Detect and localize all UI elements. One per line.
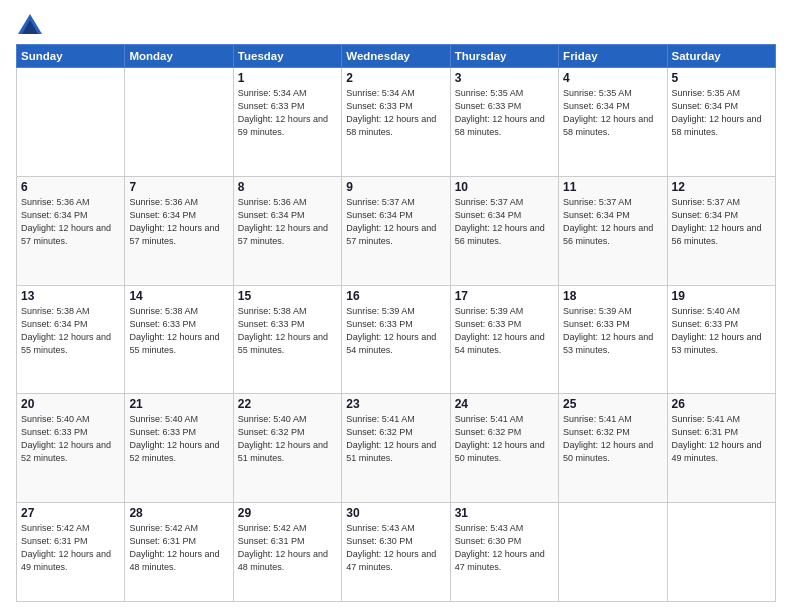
calendar-day-cell: 7Sunrise: 5:36 AM Sunset: 6:34 PM Daylig… <box>125 176 233 285</box>
weekday-header: Monday <box>125 45 233 68</box>
weekday-header: Sunday <box>17 45 125 68</box>
logo-icon <box>16 12 44 40</box>
day-number: 17 <box>455 289 554 303</box>
day-number: 1 <box>238 71 337 85</box>
day-info: Sunrise: 5:34 AM Sunset: 6:33 PM Dayligh… <box>238 87 337 139</box>
calendar-day-cell: 15Sunrise: 5:38 AM Sunset: 6:33 PM Dayli… <box>233 285 341 394</box>
day-info: Sunrise: 5:35 AM Sunset: 6:34 PM Dayligh… <box>563 87 662 139</box>
calendar-day-cell: 27Sunrise: 5:42 AM Sunset: 6:31 PM Dayli… <box>17 503 125 602</box>
weekday-header: Wednesday <box>342 45 450 68</box>
calendar-day-cell: 9Sunrise: 5:37 AM Sunset: 6:34 PM Daylig… <box>342 176 450 285</box>
calendar-day-cell <box>17 68 125 177</box>
calendar-day-cell: 23Sunrise: 5:41 AM Sunset: 6:32 PM Dayli… <box>342 394 450 503</box>
calendar-day-cell: 31Sunrise: 5:43 AM Sunset: 6:30 PM Dayli… <box>450 503 558 602</box>
day-number: 7 <box>129 180 228 194</box>
day-info: Sunrise: 5:38 AM Sunset: 6:33 PM Dayligh… <box>238 305 337 357</box>
day-number: 13 <box>21 289 120 303</box>
day-number: 23 <box>346 397 445 411</box>
calendar-day-cell: 25Sunrise: 5:41 AM Sunset: 6:32 PM Dayli… <box>559 394 667 503</box>
calendar-week-row: 1Sunrise: 5:34 AM Sunset: 6:33 PM Daylig… <box>17 68 776 177</box>
calendar-day-cell: 2Sunrise: 5:34 AM Sunset: 6:33 PM Daylig… <box>342 68 450 177</box>
calendar-day-cell: 8Sunrise: 5:36 AM Sunset: 6:34 PM Daylig… <box>233 176 341 285</box>
calendar-table: SundayMondayTuesdayWednesdayThursdayFrid… <box>16 44 776 602</box>
day-info: Sunrise: 5:42 AM Sunset: 6:31 PM Dayligh… <box>21 522 120 574</box>
day-info: Sunrise: 5:37 AM Sunset: 6:34 PM Dayligh… <box>563 196 662 248</box>
day-info: Sunrise: 5:37 AM Sunset: 6:34 PM Dayligh… <box>455 196 554 248</box>
calendar-week-row: 6Sunrise: 5:36 AM Sunset: 6:34 PM Daylig… <box>17 176 776 285</box>
day-number: 8 <box>238 180 337 194</box>
day-info: Sunrise: 5:43 AM Sunset: 6:30 PM Dayligh… <box>346 522 445 574</box>
day-number: 3 <box>455 71 554 85</box>
day-info: Sunrise: 5:35 AM Sunset: 6:34 PM Dayligh… <box>672 87 771 139</box>
day-number: 26 <box>672 397 771 411</box>
page: SundayMondayTuesdayWednesdayThursdayFrid… <box>0 0 792 612</box>
calendar-day-cell: 1Sunrise: 5:34 AM Sunset: 6:33 PM Daylig… <box>233 68 341 177</box>
day-number: 11 <box>563 180 662 194</box>
day-number: 21 <box>129 397 228 411</box>
day-number: 2 <box>346 71 445 85</box>
calendar-day-cell: 22Sunrise: 5:40 AM Sunset: 6:32 PM Dayli… <box>233 394 341 503</box>
day-info: Sunrise: 5:34 AM Sunset: 6:33 PM Dayligh… <box>346 87 445 139</box>
day-number: 5 <box>672 71 771 85</box>
day-info: Sunrise: 5:38 AM Sunset: 6:33 PM Dayligh… <box>129 305 228 357</box>
calendar-day-cell: 4Sunrise: 5:35 AM Sunset: 6:34 PM Daylig… <box>559 68 667 177</box>
day-info: Sunrise: 5:36 AM Sunset: 6:34 PM Dayligh… <box>21 196 120 248</box>
day-info: Sunrise: 5:37 AM Sunset: 6:34 PM Dayligh… <box>346 196 445 248</box>
day-number: 30 <box>346 506 445 520</box>
calendar-day-cell: 13Sunrise: 5:38 AM Sunset: 6:34 PM Dayli… <box>17 285 125 394</box>
calendar-day-cell: 10Sunrise: 5:37 AM Sunset: 6:34 PM Dayli… <box>450 176 558 285</box>
day-info: Sunrise: 5:40 AM Sunset: 6:32 PM Dayligh… <box>238 413 337 465</box>
day-number: 20 <box>21 397 120 411</box>
day-number: 12 <box>672 180 771 194</box>
weekday-header: Tuesday <box>233 45 341 68</box>
day-info: Sunrise: 5:41 AM Sunset: 6:32 PM Dayligh… <box>563 413 662 465</box>
day-number: 22 <box>238 397 337 411</box>
calendar-day-cell: 11Sunrise: 5:37 AM Sunset: 6:34 PM Dayli… <box>559 176 667 285</box>
weekday-header: Saturday <box>667 45 775 68</box>
day-info: Sunrise: 5:43 AM Sunset: 6:30 PM Dayligh… <box>455 522 554 574</box>
calendar-day-cell: 18Sunrise: 5:39 AM Sunset: 6:33 PM Dayli… <box>559 285 667 394</box>
day-number: 19 <box>672 289 771 303</box>
calendar-day-cell <box>125 68 233 177</box>
day-number: 18 <box>563 289 662 303</box>
calendar-day-cell <box>667 503 775 602</box>
calendar-day-cell: 14Sunrise: 5:38 AM Sunset: 6:33 PM Dayli… <box>125 285 233 394</box>
calendar-day-cell: 28Sunrise: 5:42 AM Sunset: 6:31 PM Dayli… <box>125 503 233 602</box>
calendar-day-cell: 24Sunrise: 5:41 AM Sunset: 6:32 PM Dayli… <box>450 394 558 503</box>
weekday-header: Thursday <box>450 45 558 68</box>
day-info: Sunrise: 5:42 AM Sunset: 6:31 PM Dayligh… <box>129 522 228 574</box>
day-number: 15 <box>238 289 337 303</box>
day-info: Sunrise: 5:42 AM Sunset: 6:31 PM Dayligh… <box>238 522 337 574</box>
calendar-day-cell: 29Sunrise: 5:42 AM Sunset: 6:31 PM Dayli… <box>233 503 341 602</box>
day-info: Sunrise: 5:40 AM Sunset: 6:33 PM Dayligh… <box>21 413 120 465</box>
header <box>16 12 776 40</box>
weekday-header: Friday <box>559 45 667 68</box>
day-info: Sunrise: 5:36 AM Sunset: 6:34 PM Dayligh… <box>238 196 337 248</box>
calendar-day-cell: 21Sunrise: 5:40 AM Sunset: 6:33 PM Dayli… <box>125 394 233 503</box>
calendar-day-cell: 16Sunrise: 5:39 AM Sunset: 6:33 PM Dayli… <box>342 285 450 394</box>
day-number: 25 <box>563 397 662 411</box>
day-number: 24 <box>455 397 554 411</box>
day-info: Sunrise: 5:41 AM Sunset: 6:32 PM Dayligh… <box>346 413 445 465</box>
day-info: Sunrise: 5:36 AM Sunset: 6:34 PM Dayligh… <box>129 196 228 248</box>
calendar-day-cell: 3Sunrise: 5:35 AM Sunset: 6:33 PM Daylig… <box>450 68 558 177</box>
calendar-day-cell: 30Sunrise: 5:43 AM Sunset: 6:30 PM Dayli… <box>342 503 450 602</box>
calendar-day-cell: 26Sunrise: 5:41 AM Sunset: 6:31 PM Dayli… <box>667 394 775 503</box>
day-number: 6 <box>21 180 120 194</box>
day-number: 10 <box>455 180 554 194</box>
calendar-week-row: 27Sunrise: 5:42 AM Sunset: 6:31 PM Dayli… <box>17 503 776 602</box>
day-info: Sunrise: 5:39 AM Sunset: 6:33 PM Dayligh… <box>455 305 554 357</box>
day-info: Sunrise: 5:40 AM Sunset: 6:33 PM Dayligh… <box>672 305 771 357</box>
calendar-day-cell: 19Sunrise: 5:40 AM Sunset: 6:33 PM Dayli… <box>667 285 775 394</box>
day-number: 28 <box>129 506 228 520</box>
day-info: Sunrise: 5:38 AM Sunset: 6:34 PM Dayligh… <box>21 305 120 357</box>
logo <box>16 12 48 40</box>
day-info: Sunrise: 5:40 AM Sunset: 6:33 PM Dayligh… <box>129 413 228 465</box>
day-info: Sunrise: 5:39 AM Sunset: 6:33 PM Dayligh… <box>563 305 662 357</box>
day-info: Sunrise: 5:41 AM Sunset: 6:32 PM Dayligh… <box>455 413 554 465</box>
day-number: 27 <box>21 506 120 520</box>
day-number: 16 <box>346 289 445 303</box>
day-info: Sunrise: 5:39 AM Sunset: 6:33 PM Dayligh… <box>346 305 445 357</box>
day-number: 9 <box>346 180 445 194</box>
day-info: Sunrise: 5:41 AM Sunset: 6:31 PM Dayligh… <box>672 413 771 465</box>
